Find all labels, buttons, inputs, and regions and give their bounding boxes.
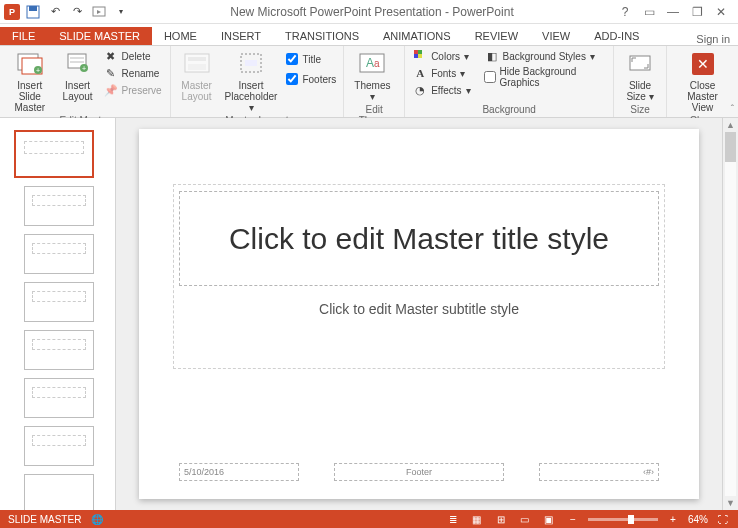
svg-rect-14: [188, 57, 206, 61]
redo-icon[interactable]: ↷: [68, 3, 86, 21]
scroll-up-icon[interactable]: ▲: [723, 118, 738, 132]
svg-text:A: A: [366, 56, 374, 70]
themes-icon: Aa: [358, 50, 386, 78]
layout-thumbnail[interactable]: [24, 234, 94, 274]
insert-layout-button[interactable]: + Insert Layout: [58, 48, 98, 104]
insert-placeholder-icon: [237, 50, 265, 78]
title-bar: P ↶ ↷ ▾ New Microsoft PowerPoint Present…: [0, 0, 738, 24]
date-placeholder[interactable]: 5/10/2016: [179, 463, 299, 481]
close-master-view-button[interactable]: ✕ Close Master View: [673, 48, 732, 115]
tab-animations[interactable]: ANIMATIONS: [371, 27, 463, 45]
window-controls: ? ▭ — ❐ ✕: [614, 3, 738, 21]
svg-rect-15: [188, 64, 206, 70]
fonts-button[interactable]: AFonts ▾: [411, 65, 472, 81]
preserve-button[interactable]: 📌Preserve: [102, 82, 164, 98]
window-title: New Microsoft PowerPoint Presentation - …: [130, 5, 614, 19]
help-icon[interactable]: ?: [614, 3, 636, 21]
slide-size-button[interactable]: Slide Size ▾: [620, 48, 660, 104]
normal-view-icon[interactable]: ▦: [468, 512, 486, 526]
themes-button[interactable]: Aa Themes▾: [350, 48, 394, 104]
tab-slide-master[interactable]: SLIDE MASTER: [47, 27, 152, 45]
insert-layout-icon: +: [64, 50, 92, 78]
close-icon: ✕: [689, 50, 717, 78]
zoom-slider[interactable]: [588, 518, 658, 521]
notes-button[interactable]: ≣: [444, 512, 462, 526]
thumbnail-panel[interactable]: [0, 118, 116, 510]
hide-background-checkbox[interactable]: Hide Background Graphics: [483, 65, 608, 89]
insert-slide-master-button[interactable]: + Insert Slide Master: [6, 48, 54, 115]
background-styles-icon: ◧: [485, 49, 499, 63]
sign-in-link[interactable]: Sign in: [696, 33, 738, 45]
qat-customize-icon[interactable]: ▾: [112, 3, 130, 21]
layout-thumbnail[interactable]: [24, 474, 94, 510]
layout-thumbnail[interactable]: [24, 378, 94, 418]
group-background: Colors ▾ AFonts ▾ ◔Effects ▾ ◧Background…: [405, 46, 614, 117]
effects-button[interactable]: ◔Effects ▾: [411, 82, 472, 98]
ribbon-options-icon[interactable]: ▭: [638, 3, 660, 21]
svg-text:+: +: [82, 65, 86, 72]
slide-canvas[interactable]: Click to edit Master title style Click t…: [139, 129, 699, 499]
tab-addins[interactable]: ADD-INS: [582, 27, 651, 45]
scroll-track[interactable]: [725, 132, 736, 496]
svg-marker-3: [97, 10, 101, 14]
language-icon[interactable]: 🌐: [91, 514, 103, 525]
layout-thumbnail[interactable]: [24, 282, 94, 322]
slideshow-view-icon[interactable]: ▣: [540, 512, 558, 526]
scroll-down-icon[interactable]: ▼: [723, 496, 738, 510]
svg-rect-17: [245, 60, 257, 66]
minimize-icon[interactable]: —: [662, 3, 684, 21]
zoom-in-icon[interactable]: +: [664, 512, 682, 526]
reading-view-icon[interactable]: ▭: [516, 512, 534, 526]
close-window-icon[interactable]: ✕: [710, 3, 732, 21]
layout-thumbnail[interactable]: [24, 330, 94, 370]
ribbon: + Insert Slide Master + Insert Layout ✖D…: [0, 46, 738, 118]
slide-master-thumbnail[interactable]: [14, 130, 94, 178]
zoom-slider-knob[interactable]: [628, 515, 634, 524]
layout-thumbnail[interactable]: [24, 186, 94, 226]
collapse-ribbon-icon[interactable]: ˆ: [731, 104, 734, 115]
effects-icon: ◔: [413, 83, 427, 97]
tab-view[interactable]: VIEW: [530, 27, 582, 45]
svg-rect-21: [414, 50, 418, 54]
delete-icon: ✖: [104, 49, 118, 63]
preserve-icon: 📌: [104, 83, 118, 97]
colors-button[interactable]: Colors ▾: [411, 48, 472, 64]
slide-editor: Click to edit Master title style Click t…: [116, 118, 722, 510]
svg-rect-1: [29, 6, 37, 11]
chevron-down-icon: ▾: [249, 102, 254, 113]
rename-button[interactable]: ✎Rename: [102, 65, 164, 81]
group-edit-theme: Aa Themes▾ Edit Theme: [344, 46, 405, 117]
delete-button[interactable]: ✖Delete: [102, 48, 164, 64]
powerpoint-app-icon: P: [4, 4, 20, 20]
footer-placeholder[interactable]: Footer: [334, 463, 504, 481]
chevron-down-icon: ▾: [370, 91, 375, 102]
fit-to-window-icon[interactable]: ⛶: [714, 512, 732, 526]
insert-placeholder-button[interactable]: Insert Placeholder ▾: [221, 48, 282, 115]
start-from-beginning-icon[interactable]: [90, 3, 108, 21]
title-placeholder[interactable]: Click to edit Master title style: [179, 191, 659, 286]
group-edit-master: + Insert Slide Master + Insert Layout ✖D…: [0, 46, 171, 117]
ribbon-tabs: FILE SLIDE MASTER HOME INSERT TRANSITION…: [0, 24, 738, 46]
zoom-out-icon[interactable]: −: [564, 512, 582, 526]
tab-review[interactable]: REVIEW: [463, 27, 530, 45]
slide-number-placeholder[interactable]: ‹#›: [539, 463, 659, 481]
undo-icon[interactable]: ↶: [46, 3, 64, 21]
slide-sorter-view-icon[interactable]: ⊞: [492, 512, 510, 526]
restore-icon[interactable]: ❐: [686, 3, 708, 21]
title-checkbox[interactable]: Title: [285, 52, 337, 66]
master-layout-button: Master Layout: [177, 48, 217, 104]
svg-rect-24: [418, 54, 422, 58]
footers-checkbox[interactable]: Footers: [285, 72, 337, 86]
layout-thumbnail[interactable]: [24, 426, 94, 466]
save-icon[interactable]: [24, 3, 42, 21]
quick-access-toolbar: P ↶ ↷ ▾: [0, 3, 130, 21]
scroll-thumb[interactable]: [725, 132, 736, 162]
tab-insert[interactable]: INSERT: [209, 27, 273, 45]
tab-file[interactable]: FILE: [0, 27, 47, 45]
background-styles-button[interactable]: ◧Background Styles ▾: [483, 48, 608, 64]
tab-home[interactable]: HOME: [152, 27, 209, 45]
subtitle-placeholder[interactable]: Click to edit Master subtitle style: [179, 294, 659, 324]
vertical-scrollbar[interactable]: ▲ ▼: [722, 118, 738, 510]
tab-transitions[interactable]: TRANSITIONS: [273, 27, 371, 45]
svg-text:a: a: [374, 58, 380, 69]
